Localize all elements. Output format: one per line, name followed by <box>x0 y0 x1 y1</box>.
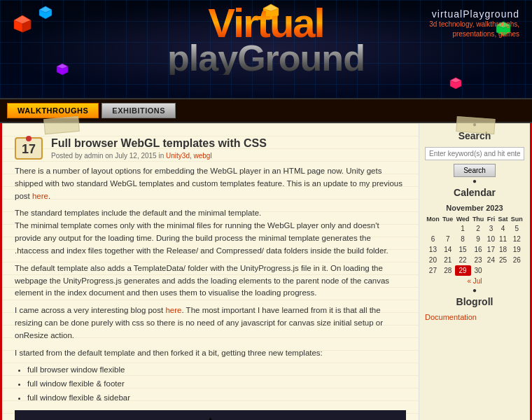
cal-week-1: 1 2 3 4 5 <box>425 223 524 234</box>
logo-playground-text: playGround <box>167 42 365 75</box>
sidebar-calendar-section: Calendar November 2023 Mon Tue Wed Thu F… <box>425 187 524 286</box>
sidebar-calendar-title: Calendar <box>425 187 524 198</box>
cal-header-mon: Mon <box>425 215 441 223</box>
calendar-month-year: November 2023 <box>425 204 524 212</box>
post-paragraph-5: I started from the default template and … <box>15 347 406 360</box>
cal-day[interactable]: 1 <box>455 223 471 234</box>
cal-day[interactable]: 9 <box>471 234 486 244</box>
cal-day[interactable]: 17 <box>486 244 497 255</box>
site-name: virtualPlayground <box>429 8 519 20</box>
cal-day[interactable]: 30 <box>471 265 486 276</box>
sidebar: Search Search Calendar November 2023 Mon… <box>419 123 530 420</box>
main-content-wrapper: 17 Full browser WebGL templates with CSS… <box>0 123 532 420</box>
cal-header-fri: Fri <box>486 215 497 223</box>
site-tagline: virtualPlayground 3d technology, walkthr… <box>429 8 519 39</box>
cal-header-sat: Sat <box>496 215 509 223</box>
cal-day <box>496 265 509 276</box>
cal-day <box>510 265 524 276</box>
navigation-bar: WALKTHROUGHS EXHIBITIONS <box>0 98 532 123</box>
post-link-here-1[interactable]: here <box>32 192 48 200</box>
post-title: Full browser WebGL templates with CSS <box>51 137 406 150</box>
cal-day[interactable]: 20 <box>425 255 441 265</box>
cal-day[interactable]: 22 <box>455 255 471 265</box>
cal-header-thu: Thu <box>471 215 486 223</box>
cal-day[interactable]: 19 <box>510 244 524 255</box>
cal-day[interactable]: 5 <box>510 223 524 234</box>
cal-day[interactable]: 13 <box>425 244 441 255</box>
post-content: There is a number of layout options for … <box>15 165 406 420</box>
blogroll-link-documentation[interactable]: Documentation <box>425 313 524 321</box>
cal-day[interactable]: 15 <box>455 244 471 255</box>
site-description: 3d technology, walkthroughs,presentation… <box>429 20 519 39</box>
cal-day-today[interactable]: 29 <box>455 265 471 276</box>
cal-day[interactable]: 3 <box>486 223 497 234</box>
cal-week-3: 13 14 15 16 17 18 19 <box>425 244 524 255</box>
cal-day[interactable]: 4 <box>496 223 509 234</box>
cal-header-sun: Sun <box>510 215 524 223</box>
sidebar-blogroll-section: Blogroll Documentation <box>425 296 524 321</box>
cal-nav-row: « Jul <box>425 276 524 286</box>
cal-week-4: 20 21 22 23 24 25 26 <box>425 255 524 265</box>
post-list-item-3: full window flexible & sidebar <box>27 392 406 405</box>
logo-virtual-text: Virtual <box>167 4 365 42</box>
post-link-here-2[interactable]: here <box>165 306 181 314</box>
calendar-table: Mon Tue Wed Thu Fri Sat Sun <box>425 215 524 286</box>
cal-day[interactable]: 23 <box>471 255 486 265</box>
post-date-number: 17 <box>22 143 36 157</box>
cal-header-tue: Tue <box>441 215 455 223</box>
post-header: 17 Full browser WebGL templates with CSS… <box>15 137 406 160</box>
cal-day[interactable]: 11 <box>496 234 509 244</box>
cal-day <box>441 223 455 234</box>
cal-day[interactable]: 12 <box>510 234 524 244</box>
tape-decoration-right <box>456 116 495 134</box>
site-logo[interactable]: Virtual playGround <box>167 4 365 75</box>
post-category-webgl[interactable]: webgl <box>194 152 212 160</box>
cal-day[interactable]: 14 <box>441 244 455 255</box>
post-list-item-1: full browser window flexible <box>27 364 406 377</box>
cal-day[interactable]: 24 <box>486 255 497 265</box>
article-content-area: 17 Full browser WebGL templates with CSS… <box>2 123 419 420</box>
post-date-badge: 17 <box>15 137 43 160</box>
tape-decoration-left <box>43 116 80 134</box>
cal-day[interactable]: 8 <box>455 234 471 244</box>
cal-day[interactable]: 10 <box>486 234 497 244</box>
search-button[interactable]: Search <box>454 164 496 177</box>
post-list: full browser window flexible full window… <box>27 364 406 404</box>
post-title-area: Full browser WebGL templates with CSS Po… <box>51 137 406 160</box>
site-header: virtualPlayground 3d technology, walkthr… <box>0 0 532 98</box>
nav-walkthroughs-button[interactable]: WALKTHROUGHS <box>7 103 99 118</box>
cal-day <box>486 265 497 276</box>
cal-week-2: 6 7 8 9 10 11 12 <box>425 234 524 244</box>
cal-day[interactable]: 16 <box>471 244 486 255</box>
post-paragraph-1: There is a number of layout options for … <box>15 165 406 202</box>
cal-week-5: 27 28 29 30 <box>425 265 524 276</box>
post-meta: Posted by admin on July 12, 2015 in Unit… <box>51 152 406 160</box>
calendar-widget: November 2023 Mon Tue Wed Thu Fri Sat Su… <box>425 204 524 286</box>
cal-day[interactable]: 26 <box>510 255 524 265</box>
post-paragraph-4: I came across a very interesting blog po… <box>15 304 406 342</box>
calendar-prev-link[interactable]: « Jul <box>425 276 524 286</box>
post-category-unity3d[interactable]: Unity3d <box>166 152 190 160</box>
sidebar-blogroll-title: Blogroll <box>425 296 524 307</box>
nav-exhibitions-button[interactable]: EXHIBITIONS <box>102 103 176 118</box>
sidebar-search-section: Search Search <box>425 130 524 177</box>
cal-header-wed: Wed <box>455 215 471 223</box>
cal-day <box>425 223 441 234</box>
cal-day[interactable]: 7 <box>441 234 455 244</box>
post-paragraph-2: The standard templates include the defau… <box>15 207 406 257</box>
cal-day[interactable]: 21 <box>441 255 455 265</box>
cal-day[interactable]: 28 <box>441 265 455 276</box>
date-pin-decoration <box>26 136 31 141</box>
cal-day[interactable]: 27 <box>425 265 441 276</box>
cal-day[interactable]: 25 <box>496 255 509 265</box>
cal-day[interactable]: 2 <box>471 223 486 234</box>
search-input[interactable] <box>425 147 524 160</box>
post-image <box>15 410 406 420</box>
cal-day[interactable]: 18 <box>496 244 509 255</box>
cal-day[interactable]: 6 <box>425 234 441 244</box>
post-list-item-2: full window flexible & footer <box>27 378 406 391</box>
post-paragraph-3: The default template also adds a Templat… <box>15 262 406 300</box>
